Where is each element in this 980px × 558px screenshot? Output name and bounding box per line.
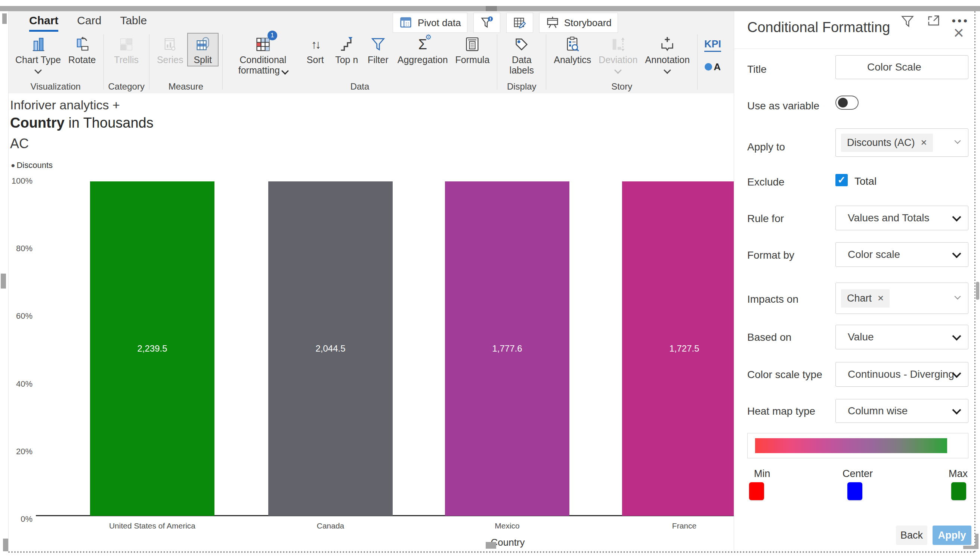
title-input[interactable]: Color Scale (835, 55, 968, 79)
max-swatch[interactable] (951, 482, 966, 500)
bar-value-label: 2,044.5 (268, 343, 393, 354)
pivot-data-button[interactable]: Pivot data (393, 13, 468, 33)
chart-type-button[interactable]: Chart Type (12, 34, 64, 74)
group-separator (697, 34, 698, 90)
tab-table[interactable]: Table (120, 14, 147, 32)
series-button: Series (154, 34, 186, 66)
analytics-button[interactable]: Analytics (551, 34, 594, 66)
storyboard-icon (545, 16, 560, 30)
impacts-on-multiselect[interactable]: Chart× (835, 282, 968, 314)
visual-filter-button[interactable] (473, 13, 500, 33)
ribbon-groups: Chart Type Rotate Visualization (12, 34, 825, 92)
annotation-button[interactable]: Annotation (642, 34, 693, 74)
field-label-impacts-on: Impacts on (747, 293, 799, 305)
gradient-bar[interactable] (755, 438, 947, 453)
resize-handle-top[interactable] (486, 6, 497, 11)
sort-label: Sort (307, 54, 324, 65)
use-as-variable-toggle[interactable] (835, 95, 858, 110)
legend-dot-icon: ● (11, 161, 15, 169)
group-display: Data labels Display (502, 34, 541, 92)
heat-map-type-select[interactable]: Column wise (835, 399, 968, 423)
funnel-badge-icon (480, 16, 494, 30)
group-separator (149, 34, 150, 90)
x-axis-label: Mexico (445, 522, 569, 530)
rotate-icon (74, 34, 91, 54)
split-button[interactable]: Split (188, 34, 218, 66)
resize-handle-bottom-center[interactable] (486, 542, 496, 549)
pivot-data-icon (399, 16, 413, 30)
trellis-label: Trellis (114, 54, 138, 65)
filter-button[interactable]: Filter (363, 34, 393, 66)
conditional-formatting-icon: 1 (255, 34, 271, 54)
apply-to-multiselect[interactable]: Discounts (AC)× (835, 128, 968, 157)
visual-filter-icon[interactable] (899, 13, 916, 29)
visual-top-resize-bar[interactable] (0, 6, 980, 11)
storyboard-button[interactable]: Storyboard (539, 13, 618, 33)
chevron-down-icon (281, 67, 289, 75)
field-label-based-on: Based on (747, 332, 791, 343)
field-label-apply-to: Apply to (747, 141, 785, 153)
close-icon[interactable]: × (954, 24, 964, 42)
conditional-formatting-button[interactable]: 1 Conditional formatting (227, 34, 299, 76)
legend-label: Discounts (16, 161, 53, 170)
formula-button[interactable]: Formula (453, 34, 493, 66)
exclude-total-label: Total (855, 176, 876, 187)
y-axis-tick: 20% (8, 447, 33, 456)
exclude-total-checkbox[interactable]: ✓ (835, 174, 848, 186)
inforiver-visual: Chart Card Table Pivot data (8, 11, 975, 553)
conditional-formatting-label: Conditional formatting (230, 54, 296, 75)
focus-mode-icon[interactable] (926, 13, 942, 29)
format-by-select[interactable]: Color scale (835, 242, 968, 267)
split-icon (194, 34, 211, 54)
resize-handle-left-top[interactable] (2, 13, 7, 24)
resize-handle-bottom-left[interactable] (3, 538, 8, 551)
y-axis-tick: 80% (8, 244, 33, 253)
impacts-on-chip[interactable]: Chart× (841, 289, 889, 308)
back-button[interactable]: Back (896, 525, 927, 545)
group-data: 1 Conditional formatting ↑↓ Sort (227, 34, 493, 92)
field-label-exclude: Exclude (747, 176, 785, 188)
conditional-formatting-badge: 1 (267, 31, 277, 40)
field-label-use-as-variable: Use as variable (747, 100, 819, 112)
bar-canada[interactable]: 2,044.5 (268, 181, 393, 516)
based-on-select[interactable]: Value (835, 325, 968, 350)
bar-france[interactable]: 1,727.5 (622, 181, 734, 516)
check-icon: ✓ (838, 174, 846, 186)
tab-card[interactable]: Card (77, 14, 101, 32)
chip-remove-icon[interactable]: × (878, 293, 884, 304)
chart-legend[interactable]: ● Discounts (11, 161, 53, 170)
center-swatch[interactable] (847, 482, 862, 500)
rule-for-select[interactable]: Values and Totals (835, 206, 968, 230)
min-swatch[interactable] (749, 482, 764, 500)
group-label-data: Data (227, 80, 493, 92)
rotate-button[interactable]: Rotate (65, 34, 99, 66)
chevron-down-icon (952, 332, 961, 340)
chart-title: Country in Thousands (10, 115, 153, 131)
edit-table-button[interactable] (506, 13, 533, 33)
field-label-color-scale-type: Color scale type (747, 369, 822, 381)
resize-handle-left-middle[interactable] (1, 274, 6, 289)
kpi-button[interactable]: KPI (704, 38, 721, 52)
bar-value-label: 1,727.5 (622, 343, 734, 354)
field-label-heat-map-type: Heat map type (747, 405, 815, 417)
a-label: A (713, 61, 721, 73)
chip-remove-icon[interactable]: × (921, 137, 927, 148)
bar-mexico[interactable]: 1,777.6 (445, 181, 569, 516)
top-n-button[interactable]: Top n (332, 34, 362, 66)
top-n-icon (339, 34, 355, 54)
apply-to-chip[interactable]: Discounts (AC)× (841, 134, 933, 152)
group-category: Trellis Category (108, 34, 145, 92)
tab-chart[interactable]: Chart (29, 14, 58, 32)
scrollbar-thumb[interactable] (976, 282, 979, 300)
chart-header: Inforiver analytics + (10, 98, 120, 112)
resize-handle-bottom-right[interactable] (963, 534, 978, 549)
pivot-data-label: Pivot data (418, 17, 461, 29)
analytics-icon (564, 34, 581, 54)
labels-color-button[interactable]: A (705, 61, 721, 73)
color-scale-type-select[interactable]: Continuous - Diverging (835, 362, 968, 387)
bar-united-states-of-america[interactable]: 2,239.5 (90, 181, 214, 516)
aggregation-button[interactable]: Σ ⚙ Aggregation (395, 34, 451, 66)
data-labels-button[interactable]: Data labels (502, 34, 541, 76)
sort-button[interactable]: ↑↓ Sort (300, 34, 330, 66)
field-label-rule-for: Rule for (747, 213, 784, 225)
